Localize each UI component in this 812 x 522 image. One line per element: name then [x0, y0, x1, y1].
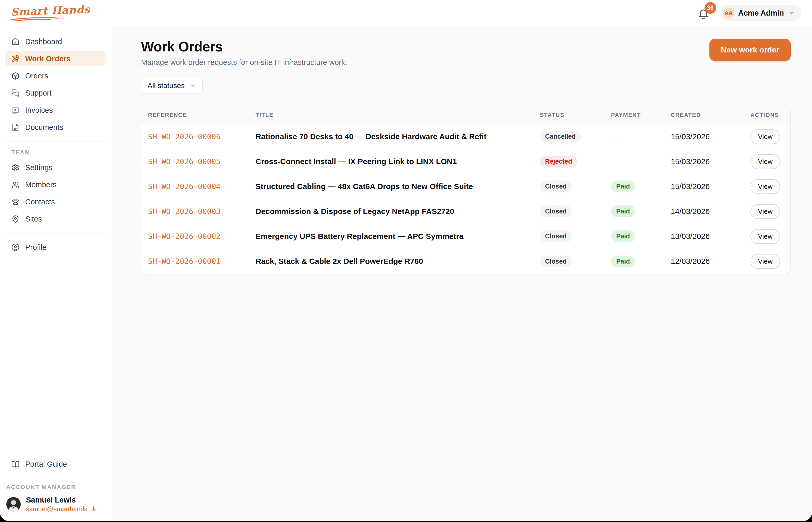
- page-heading-block: Work Orders Manage work order requests f…: [141, 39, 347, 67]
- status-badge: Rejected: [540, 156, 577, 167]
- account-manager-block: ACCOUNT MANAGER Samuel Lewis samuel@smar…: [0, 477, 111, 521]
- table-row: SH-WO-2026-00003 Decommission & Dispose …: [141, 199, 790, 224]
- table-header: REFERENCE TITLE STATUS PAYMENT CREATED A…: [141, 106, 790, 124]
- chevron-down-icon: [788, 9, 795, 16]
- team-nav: Settings Members Contacts Sites: [0, 160, 111, 226]
- document-icon: [12, 123, 19, 132]
- sidebar-item-members[interactable]: Members: [5, 177, 106, 192]
- account-manager-avatar: [6, 497, 21, 511]
- payment-badge: Paid: [611, 256, 635, 267]
- bottom-nav: Portal Guide: [0, 451, 111, 477]
- status-filter-select[interactable]: All statuses: [141, 78, 203, 94]
- sidebar-item-settings[interactable]: Settings: [5, 160, 106, 175]
- payment-value: —: [611, 132, 619, 141]
- status-badge: Closed: [540, 205, 572, 217]
- logo-area: Smart Hands: [0, 0, 111, 26]
- status-badge: Closed: [540, 180, 572, 193]
- sidebar-item-orders[interactable]: Orders: [5, 68, 106, 83]
- sidebar-item-sites[interactable]: Sites: [5, 212, 106, 226]
- sidebar-item-label: Work Orders: [25, 55, 70, 63]
- view-button[interactable]: View: [750, 129, 780, 144]
- filter-row: All statuses: [141, 78, 791, 94]
- page-header: Work Orders Manage work order requests f…: [141, 39, 791, 67]
- sidebar-item-label: Orders: [25, 72, 48, 80]
- notifications-button[interactable]: 36: [697, 6, 711, 20]
- account-name: Acme Admin: [738, 9, 784, 17]
- payment-badge: Paid: [611, 205, 635, 217]
- sidebar-spacer: [0, 255, 111, 451]
- users-icon: [12, 181, 19, 189]
- view-button[interactable]: View: [750, 179, 780, 194]
- gear-icon: [12, 164, 19, 172]
- work-order-reference-link[interactable]: SH-WO-2026-00001: [148, 257, 221, 266]
- tools-icon: [12, 55, 19, 63]
- work-order-title: Cross-Connect Install — IX Peering Link …: [256, 157, 457, 166]
- sidebar-item-profile[interactable]: Profile: [5, 240, 106, 255]
- sidebar-item-portal-guide[interactable]: Portal Guide: [5, 457, 106, 471]
- col-header-title: TITLE: [256, 106, 540, 124]
- work-order-reference-link[interactable]: SH-WO-2026-00003: [148, 207, 221, 216]
- work-order-reference-link[interactable]: SH-WO-2026-00002: [148, 232, 221, 241]
- brand-logo-text: Smart Hands: [11, 3, 90, 18]
- work-order-title: Rationalise 70 Desks to 40 — Deskside Ha…: [256, 132, 486, 141]
- sidebar-item-invoices[interactable]: Invoices: [5, 103, 106, 118]
- map-pin-icon: [12, 215, 19, 223]
- sidebar-item-label: Dashboard: [25, 37, 62, 46]
- sidebar-item-documents[interactable]: Documents: [5, 120, 106, 135]
- account-avatar: AA: [723, 7, 734, 18]
- col-header-actions: ACTIONS: [749, 106, 790, 124]
- primary-nav: Dashboard Work Orders Orders Support Inv…: [0, 26, 111, 135]
- sidebar-item-label: Profile: [25, 243, 46, 252]
- banknote-icon: [12, 106, 19, 114]
- account-menu-button[interactable]: AA Acme Admin: [720, 5, 801, 21]
- sidebar-item-label: Portal Guide: [25, 460, 67, 468]
- work-order-title: Decommission & Dispose of Legacy NetApp …: [256, 207, 454, 216]
- created-date: 15/03/2026: [671, 182, 710, 190]
- table-row: SH-WO-2026-00004 Structured Cabling — 48…: [141, 174, 790, 199]
- payment-value: —: [611, 157, 619, 166]
- view-button[interactable]: View: [750, 254, 780, 269]
- col-header-reference: REFERENCE: [141, 106, 256, 124]
- sidebar-item-label: Documents: [25, 123, 63, 132]
- sidebar-item-label: Support: [25, 89, 52, 97]
- work-orders-table: REFERENCE TITLE STATUS PAYMENT CREATED A…: [141, 106, 790, 274]
- box-icon: [12, 72, 19, 80]
- content-column: 36 AA Acme Admin Work Orders Manage work…: [112, 0, 812, 521]
- sidebar-item-work-orders[interactable]: Work Orders: [5, 51, 106, 66]
- account-manager-row: Samuel Lewis samuel@smarthands.uk: [6, 495, 105, 513]
- account-manager-email[interactable]: samuel@smarthands.uk: [26, 505, 96, 514]
- new-work-order-button[interactable]: New work order: [709, 39, 791, 61]
- work-order-title: Emergency UPS Battery Replacement — APC …: [256, 232, 464, 240]
- view-button[interactable]: View: [750, 229, 780, 244]
- work-orders-table-card: REFERENCE TITLE STATUS PAYMENT CREATED A…: [141, 106, 791, 274]
- created-date: 12/03/2026: [671, 257, 710, 265]
- col-header-status: STATUS: [540, 106, 611, 124]
- status-badge: Closed: [540, 230, 572, 242]
- view-button[interactable]: View: [750, 204, 780, 219]
- team-section-label: TEAM: [0, 142, 111, 160]
- table-row: SH-WO-2026-00005 Cross-Connect Install —…: [141, 149, 790, 174]
- work-order-reference-link[interactable]: SH-WO-2026-00006: [148, 132, 221, 141]
- page-subtitle: Manage work order requests for on-site I…: [141, 58, 347, 67]
- view-button[interactable]: View: [750, 154, 780, 169]
- account-manager-name: Samuel Lewis: [26, 495, 96, 505]
- brand-logo[interactable]: Smart Hands: [11, 4, 90, 22]
- status-badge: Closed: [540, 256, 572, 267]
- app-window: Smart Hands Dashboard Work Orders Orders: [0, 0, 812, 521]
- work-order-reference-link[interactable]: SH-WO-2026-00005: [148, 157, 221, 166]
- created-date: 15/03/2026: [671, 132, 710, 141]
- notification-count-badge: 36: [705, 2, 716, 14]
- payment-badge: Paid: [611, 180, 635, 193]
- avatar-photo: [6, 497, 21, 511]
- sidebar-item-support[interactable]: Support: [5, 85, 106, 101]
- sidebar-item-label: Contacts: [25, 198, 55, 206]
- table-row: SH-WO-2026-00001 Rack, Stack & Cable 2x …: [141, 249, 790, 274]
- sidebar-item-dashboard[interactable]: Dashboard: [5, 34, 106, 49]
- profile-nav: Profile: [0, 234, 111, 255]
- created-date: 15/03/2026: [671, 157, 710, 166]
- page-title: Work Orders: [141, 39, 347, 55]
- work-order-reference-link[interactable]: SH-WO-2026-00004: [148, 182, 221, 191]
- main-content: Work Orders Manage work order requests f…: [112, 26, 812, 521]
- table-row: SH-WO-2026-00006 Rationalise 70 Desks to…: [141, 124, 790, 149]
- sidebar-item-contacts[interactable]: Contacts: [5, 194, 106, 209]
